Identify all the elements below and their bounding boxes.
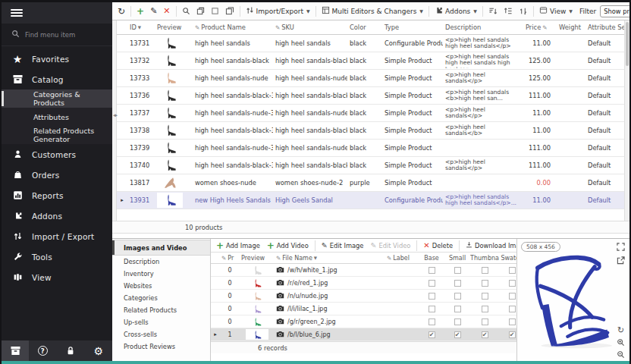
small-checkbox[interactable] <box>454 293 461 300</box>
column-header-base[interactable]: Base <box>419 255 444 262</box>
delete-button[interactable]: ✕Delete <box>421 240 455 250</box>
refresh-button[interactable]: ↻ <box>115 5 127 17</box>
reorder-button[interactable] <box>516 5 530 17</box>
column-header-label[interactable]: ✎Label <box>385 255 419 262</box>
base-checkbox[interactable] <box>429 280 435 287</box>
column-header-id[interactable]: ID▼ <box>127 24 155 31</box>
open-external-icon[interactable] <box>616 256 626 265</box>
column-header-preview[interactable]: Preview <box>155 24 193 31</box>
column-header-description[interactable]: Description <box>443 24 523 31</box>
swatch-checkbox[interactable] <box>509 267 516 274</box>
panel-splitter[interactable]: ◂▸ <box>112 20 117 221</box>
product-row-13736[interactable]: 13736high heel sandals-black-36high heel… <box>117 87 624 105</box>
sidebar-item-customers[interactable]: Customers <box>2 144 112 165</box>
add-image-button[interactable]: +Add Image <box>214 240 262 252</box>
sidebar-item-orders[interactable]: Orders <box>2 165 112 185</box>
sidebar-item-addons[interactable]: Addons <box>2 206 112 226</box>
sidebar-item-attributes[interactable]: Attributes <box>2 108 112 126</box>
column-header-price[interactable]: Price✎ <box>523 24 557 31</box>
tab-categories[interactable]: Categories <box>112 292 210 304</box>
sidebar-item-related-products-generator[interactable]: Related Products Generator <box>2 126 112 144</box>
base-checkbox[interactable] <box>429 293 435 300</box>
catalog-mode-icon[interactable] <box>2 340 29 361</box>
zoom-in-icon[interactable] <box>616 337 626 347</box>
column-header-small[interactable]: Small <box>444 255 470 262</box>
products-scrollbar[interactable] <box>624 20 629 221</box>
small-checkbox[interactable] <box>454 318 461 325</box>
delete-product-button[interactable]: ✕ <box>161 5 172 17</box>
image-row-blue_6.jpg[interactable]: ▸1/b/l/blue_6.jpg✔✔✔✔ <box>211 328 516 341</box>
tab-images-and-video[interactable]: Images and Video <box>112 240 210 256</box>
search-products-button[interactable] <box>180 5 193 17</box>
rotate-icon[interactable]: ↻ <box>616 325 626 335</box>
thumbnail-checkbox[interactable]: ✔ <box>482 331 488 338</box>
image-row-nude.jpg[interactable]: 0/n/u/nude.jpg <box>211 290 516 303</box>
expand-rows-button[interactable] <box>501 5 515 17</box>
column-header-preview[interactable]: Preview <box>240 255 275 262</box>
menu-search-input[interactable] <box>25 31 93 39</box>
swatch-checkbox[interactable] <box>509 280 516 287</box>
small-checkbox[interactable] <box>454 280 461 287</box>
tab-related-products[interactable]: Related Products <box>112 304 210 316</box>
product-row-13738[interactable]: 13738high heel sandals-black-37high heel… <box>117 122 624 140</box>
thumbnail-checkbox[interactable] <box>482 267 488 274</box>
add-product-button[interactable]: + <box>134 5 146 18</box>
image-row-white_1.jpg[interactable]: 0/w/h/white_1.jpg <box>211 264 516 277</box>
fullscreen-icon[interactable] <box>616 242 626 252</box>
sidebar-item-view[interactable]: View <box>2 267 112 287</box>
product-row-13733[interactable]: 13733high heel sandals-nudehigh heel san… <box>117 70 624 87</box>
column-header-color[interactable]: Color <box>347 24 382 31</box>
base-checkbox[interactable] <box>429 318 435 325</box>
hamburger-menu-icon[interactable] <box>11 8 23 18</box>
image-row-green_2.jpg[interactable]: 0/g/r/green_2.jpg <box>211 315 516 328</box>
settings-gear-icon[interactable]: ⚙ <box>84 340 112 361</box>
column-header-thumbna[interactable]: Thumbna <box>470 255 499 262</box>
tab-product-reviews[interactable]: Product Reviews <box>112 340 210 353</box>
sidebar-item-categories-products[interactable]: Categories & Products <box>2 89 112 108</box>
filter-select[interactable]: Show products from selected categories▼ <box>600 5 629 17</box>
swatch-checkbox[interactable]: ✔ <box>509 331 516 338</box>
swatch-checkbox[interactable] <box>509 306 516 312</box>
help-icon[interactable]: ? <box>29 340 57 361</box>
sidebar-item-reports[interactable]: Reports <box>2 185 112 206</box>
edit-image-button[interactable]: ✎Edit Image <box>319 241 366 250</box>
base-checkbox[interactable] <box>429 267 435 274</box>
column-header-file-name[interactable]: ✎File Name▼ <box>275 255 385 262</box>
column-header-type[interactable]: Type <box>382 24 443 31</box>
sidebar-item-tools[interactable]: Tools <box>2 246 112 267</box>
product-row-13737[interactable]: 13737high heel sandals-nude-36high heel … <box>117 105 624 122</box>
image-row-red_1.jpg[interactable]: 0/r/e/red_1.jpg <box>211 277 516 290</box>
column-header-attribute-set-name[interactable]: Attribute Set Name <box>585 24 624 31</box>
multi-editors-dropdown[interactable]: Multi Editors & Changers▼ <box>319 5 425 17</box>
product-row-13817[interactable]: 13817women shoes-nudewomen shoes-nude-2p… <box>117 174 624 192</box>
base-checkbox[interactable]: ✔ <box>429 331 435 338</box>
thumbnail-checkbox[interactable] <box>482 318 488 325</box>
sidebar-item-favorites[interactable]: ★Favorites <box>2 49 112 69</box>
tab-websites[interactable]: Websites <box>112 280 210 292</box>
image-row-lilac_1.jpg[interactable]: 0/l/i/lilac_1.jpg <box>211 303 516 315</box>
small-checkbox[interactable]: ✔ <box>454 331 461 338</box>
sidebar-item-catalog[interactable]: Catalog <box>2 69 112 89</box>
sort-descending-button[interactable] <box>486 5 500 17</box>
small-checkbox[interactable] <box>454 267 461 274</box>
tab-cross-sells[interactable]: Cross-sells <box>112 328 210 340</box>
column-header-product-name[interactable]: ✎Product Name <box>193 24 273 31</box>
sidebar-item-import-export[interactable]: Import / Export <box>2 226 112 246</box>
small-checkbox[interactable] <box>454 306 461 312</box>
column-header-weight[interactable]: Weight <box>557 24 585 31</box>
addons-dropdown[interactable]: Addons▼ <box>432 5 479 17</box>
thumbnail-checkbox[interactable] <box>482 293 488 300</box>
duplicate-button[interactable] <box>223 5 237 17</box>
tab-inventory[interactable]: Inventory <box>112 268 210 280</box>
product-row-13931[interactable]: ▸13931new High Heels SandalsHigh Geels S… <box>117 192 624 209</box>
product-row-13731[interactable]: 13731high heel sandalshigh heel sandalsb… <box>117 35 624 52</box>
product-row-13739[interactable]: 13739high heel sandals-nude-37high heel … <box>117 140 624 157</box>
import-export-dropdown[interactable]: Import/Export▼ <box>243 5 312 17</box>
edit-product-button[interactable]: ✎ <box>148 5 159 17</box>
swatch-checkbox[interactable] <box>509 318 516 325</box>
thumbnail-checkbox[interactable] <box>482 280 488 287</box>
base-checkbox[interactable] <box>429 306 435 312</box>
thumbnail-checkbox[interactable] <box>482 306 488 312</box>
checkbox-select-button[interactable] <box>209 5 221 17</box>
product-row-13732[interactable]: 13732high heel sandals-blackhigh heel sa… <box>117 52 624 70</box>
